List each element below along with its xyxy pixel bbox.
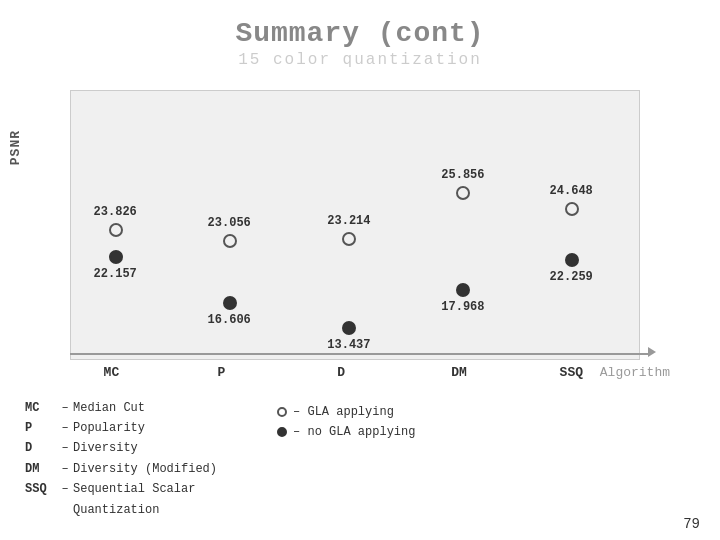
gla-text: – no GLA applying — [293, 422, 415, 442]
point-label: 17.968 — [441, 300, 484, 314]
point-label: 25.856 — [441, 168, 484, 182]
gla-open-dot — [277, 407, 287, 417]
point-label: 22.259 — [550, 270, 593, 284]
key-dash: – — [57, 398, 73, 418]
key-item: D–Diversity — [25, 438, 217, 458]
gla-item: – GLA applying — [277, 402, 415, 422]
key-item: MC–Median Cut — [25, 398, 217, 418]
key-text: Diversity — [73, 438, 138, 458]
point-label: 13.437 — [327, 338, 370, 352]
x-axis-label: MC — [104, 365, 120, 380]
key-text: Quantization — [73, 500, 159, 520]
main-title: Summary (cont) — [0, 18, 720, 49]
key-text: Median Cut — [73, 398, 145, 418]
data-point — [342, 232, 356, 246]
x-axis-label: D — [337, 365, 345, 380]
chart-container: 23.82622.15723.05616.60623.21413.43725.8… — [70, 90, 670, 380]
data-point — [565, 253, 579, 267]
gla-closed-dot — [277, 427, 287, 437]
key-abbr: DM — [25, 459, 57, 479]
key-text: Sequential Scalar — [73, 479, 195, 499]
key-abbr: P — [25, 418, 57, 438]
gla-item: – no GLA applying — [277, 422, 415, 442]
key-dash: – — [57, 418, 73, 438]
point-label: 23.214 — [327, 214, 370, 228]
x-axis — [70, 353, 650, 355]
page-number: 79 — [683, 516, 700, 532]
data-point — [456, 186, 470, 200]
point-label: 24.648 — [550, 184, 593, 198]
x-axis-arrow — [648, 347, 656, 357]
data-point — [109, 250, 123, 264]
key-dash: – — [57, 459, 73, 479]
point-label: 23.826 — [94, 205, 137, 219]
legend-area: MC–Median CutP–PopularityD–DiversityDM–D… — [25, 398, 705, 520]
key-abbr: SSQ — [25, 479, 57, 499]
data-point — [223, 296, 237, 310]
gla-text: – GLA applying — [293, 402, 394, 422]
algorithm-label: Algorithm — [600, 365, 670, 380]
subtitle: 15 color quantization — [0, 51, 720, 69]
key-item: SSQ–Sequential Scalar — [25, 479, 217, 499]
key-item: Quantization — [25, 500, 217, 520]
psnr-label: PSNR — [8, 130, 23, 165]
data-point — [109, 223, 123, 237]
x-axis-label: P — [218, 365, 226, 380]
key-abbr: MC — [25, 398, 57, 418]
point-label: 23.056 — [208, 216, 251, 230]
point-label: 22.157 — [94, 267, 137, 281]
key-text: Popularity — [73, 418, 145, 438]
key-dash: – — [57, 479, 73, 499]
point-label: 16.606 — [208, 313, 251, 327]
x-axis-label: DM — [451, 365, 467, 380]
data-point — [565, 202, 579, 216]
data-point — [456, 283, 470, 297]
key-text: Diversity (Modified) — [73, 459, 217, 479]
title-area: Summary (cont) 15 color quantization — [0, 0, 720, 73]
gla-legend: – GLA applying– no GLA applying — [277, 402, 415, 443]
data-point — [342, 321, 356, 335]
key-item: P–Popularity — [25, 418, 217, 438]
data-point — [223, 234, 237, 248]
key-item: DM–Diversity (Modified) — [25, 459, 217, 479]
key-dash: – — [57, 438, 73, 458]
key-abbr: D — [25, 438, 57, 458]
x-axis-label: SSQ — [560, 365, 583, 380]
key-list: MC–Median CutP–PopularityD–DiversityDM–D… — [25, 398, 217, 520]
